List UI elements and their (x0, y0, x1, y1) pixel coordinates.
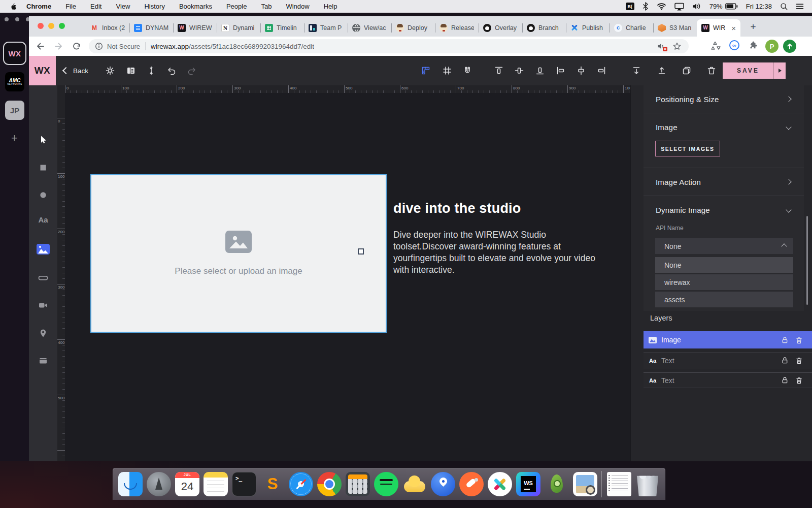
api-option[interactable]: wirewax (655, 274, 793, 290)
dock-app-icon[interactable] (374, 472, 398, 496)
bluetooth-icon[interactable] (642, 2, 649, 11)
browser-tab[interactable]: Release (435, 19, 479, 37)
workspace-user-avatar[interactable]: JP (5, 101, 24, 120)
menu-item[interactable]: Bookmarks (179, 3, 212, 10)
address-bar[interactable]: Not Secure wirewax.app/assets/5f1ac18ec6… (89, 39, 689, 53)
dock-app-icon[interactable] (289, 472, 313, 496)
dock-app-icon[interactable] (118, 472, 143, 496)
send-backward-icon[interactable] (631, 66, 641, 76)
save-button[interactable]: SAVE (723, 62, 773, 79)
reload-icon[interactable] (72, 41, 82, 51)
browser-tab[interactable]: Dynami (217, 19, 260, 37)
recycle-extension-icon[interactable] (709, 40, 721, 51)
select-cursor-tool[interactable] (29, 135, 57, 145)
browser-tab[interactable]: S3 Man (653, 19, 697, 37)
undo-icon[interactable] (166, 66, 177, 76)
lock-layer-icon[interactable] (782, 336, 788, 344)
browser-profile-avatar[interactable]: P (765, 40, 779, 53)
api-name-select[interactable]: None (655, 238, 793, 254)
api-option[interactable]: None (655, 257, 793, 273)
button-tool[interactable] (29, 273, 57, 283)
section-dynamic-image-header[interactable]: Dynamic Image (644, 196, 804, 224)
align-left-icon[interactable] (556, 66, 566, 76)
browser-tab[interactable]: DYNAM (129, 19, 173, 37)
back-button[interactable]: Back (63, 56, 88, 85)
browser-tab[interactable]: Timelin (260, 19, 304, 37)
layer-row[interactable]: Text (644, 372, 812, 388)
snap-magnet-icon[interactable] (462, 66, 472, 76)
delete-layer-icon[interactable] (796, 376, 802, 384)
settings-gear-icon[interactable] (105, 66, 115, 76)
tab-muted-icon[interactable] (657, 43, 665, 50)
dock-app-icon[interactable] (147, 472, 171, 496)
text-tool[interactable]: Aa (29, 215, 57, 224)
browser-tab[interactable]: View/ac (348, 19, 391, 37)
menu-item[interactable]: Edit (90, 3, 101, 10)
airplay-display-icon[interactable] (674, 3, 684, 11)
duplicate-icon[interactable] (682, 66, 692, 76)
section-image-header[interactable]: Image (644, 113, 804, 141)
dock-app-icon[interactable] (346, 472, 370, 496)
spotlight-search-icon[interactable] (780, 3, 788, 10)
menu-item[interactable]: Window (286, 3, 309, 10)
new-tab-button[interactable]: + (748, 21, 759, 33)
workspace-amc-icon[interactable]: AMC NETWORKS (5, 72, 24, 91)
menu-bar-clock[interactable]: Fri 12:38 (746, 3, 772, 10)
wifi-icon[interactable] (657, 3, 666, 10)
add-workspace-button[interactable]: + (0, 132, 29, 145)
rectangle-tool[interactable] (29, 163, 57, 173)
align-top-icon[interactable] (494, 66, 504, 76)
video-tool[interactable] (29, 300, 57, 310)
back-nav-icon[interactable] (36, 41, 46, 51)
canvas-heading-text[interactable]: dive into the studio (393, 201, 521, 216)
dock-app-icon[interactable] (601, 471, 603, 497)
bring-forward-icon[interactable] (657, 66, 667, 76)
dock-app-icon[interactable] (488, 472, 512, 496)
dock-app-icon[interactable] (317, 472, 342, 496)
browser-tab[interactable]: Inbox (2 (86, 19, 129, 37)
layer-row[interactable]: Image (644, 331, 812, 348)
dock-app-icon[interactable] (545, 472, 569, 496)
menu-item[interactable]: View (116, 3, 130, 10)
browser-tab[interactable]: Deploy (391, 19, 435, 37)
dock-app-icon[interactable]: >_ (232, 472, 256, 496)
close-tab-icon[interactable]: × (731, 24, 736, 32)
forward-nav-icon[interactable] (53, 41, 63, 51)
bookmark-star-icon[interactable] (672, 42, 682, 51)
menu-item[interactable]: People (226, 3, 247, 10)
delete-trash-icon[interactable] (706, 66, 717, 76)
ellipse-tool[interactable] (29, 190, 57, 200)
site-info-icon[interactable] (95, 42, 103, 50)
browser-tab[interactable]: WIR × (697, 19, 740, 37)
grid-toggle-icon[interactable] (442, 66, 452, 76)
background-window-controls[interactable] (5, 17, 30, 21)
section-image-action[interactable]: Image Action (644, 168, 804, 196)
redo-icon[interactable] (187, 66, 197, 76)
dock-app-icon[interactable] (402, 472, 427, 496)
lock-layer-icon[interactable] (782, 376, 788, 384)
browser-tab[interactable]: Overlay (479, 19, 522, 37)
save-options-arrow[interactable] (773, 62, 786, 79)
workspace-wirewax-icon[interactable]: WX (3, 42, 26, 65)
dock-app-icon[interactable] (204, 472, 228, 496)
volume-icon[interactable] (692, 3, 701, 10)
dock-app-icon[interactable]: S (260, 472, 285, 496)
active-app-name[interactable]: Chrome (26, 3, 51, 10)
ruler-toggle-icon[interactable] (421, 66, 431, 76)
browser-tab[interactable]: Branch (522, 19, 566, 37)
scrollbar-thumb[interactable] (806, 216, 808, 305)
browser-tab[interactable]: Team P (304, 19, 348, 37)
infinity-extension-icon[interactable]: ∞ (729, 40, 739, 50)
select-images-button[interactable]: SELECT IMAGES (655, 141, 720, 156)
menu-item[interactable]: Help (324, 3, 337, 10)
battery-status[interactable]: 79% (709, 3, 738, 10)
menu-item[interactable]: Tab (261, 3, 272, 10)
window-controls[interactable] (38, 23, 65, 29)
notification-center-icon[interactable] (796, 3, 804, 10)
canvas-body-text[interactable]: Dive deeper into the WIREWAX Studio tool… (393, 229, 599, 276)
dock-app-icon[interactable] (459, 472, 484, 496)
extensions-puzzle-icon[interactable] (748, 41, 758, 51)
section-positioning-size[interactable]: Positioning & Size (644, 85, 804, 113)
dock-app-icon[interactable] (573, 472, 597, 496)
align-right-icon[interactable] (596, 66, 606, 76)
